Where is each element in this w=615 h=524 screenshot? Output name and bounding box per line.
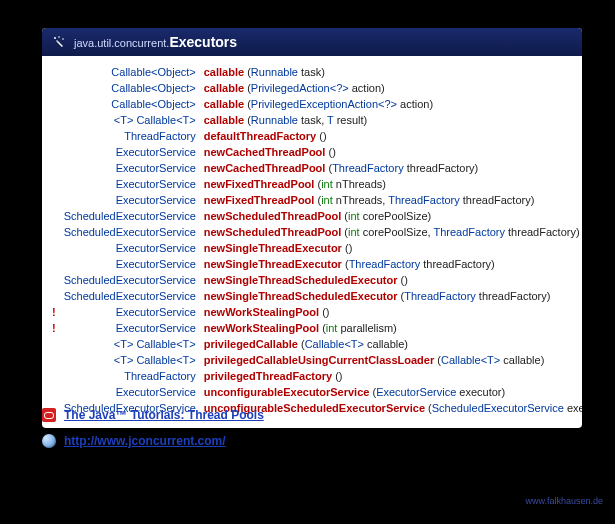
method-return-type: ExecutorService bbox=[60, 256, 200, 272]
tutorials-link[interactable]: The Java™ Tutorials: Thread Pools bbox=[42, 408, 264, 422]
method-row: <T> Callable<T>callable (Runnable task, … bbox=[48, 112, 582, 128]
svg-point-1 bbox=[58, 36, 60, 38]
method-signature[interactable]: privilegedCallable (Callable<T> callable… bbox=[200, 336, 582, 352]
method-flag: ! bbox=[48, 320, 60, 336]
method-signature[interactable]: newCachedThreadPool (ThreadFactory threa… bbox=[200, 160, 582, 176]
method-signature[interactable]: newWorkStealingPool () bbox=[200, 304, 582, 320]
jconcurrent-link[interactable]: http://www.jconcurrent.com/ bbox=[42, 434, 264, 448]
method-return-type: ExecutorService bbox=[60, 160, 200, 176]
method-signature[interactable]: newFixedThreadPool (int nThreads) bbox=[200, 176, 582, 192]
method-signature[interactable]: callable (Runnable task, T result) bbox=[200, 112, 582, 128]
method-flag: ! bbox=[48, 304, 60, 320]
method-signature[interactable]: newScheduledThreadPool (int corePoolSize… bbox=[200, 208, 582, 224]
method-row: ScheduledExecutorServicenewScheduledThre… bbox=[48, 224, 582, 240]
method-row: Callable<Object>callable (PrivilegedExce… bbox=[48, 96, 582, 112]
method-row: ScheduledExecutorServicenewSingleThreadS… bbox=[48, 272, 582, 288]
method-row: ExecutorServicenewCachedThreadPool () bbox=[48, 144, 582, 160]
method-return-type: ExecutorService bbox=[60, 320, 200, 336]
method-flag bbox=[48, 112, 60, 128]
method-signature[interactable]: newSingleThreadExecutor (ThreadFactory t… bbox=[200, 256, 582, 272]
method-row: ThreadFactoryprivilegedThreadFactory () bbox=[48, 368, 582, 384]
class-icon bbox=[52, 35, 66, 49]
method-return-type: <T> Callable<T> bbox=[60, 112, 200, 128]
method-signature[interactable]: unconfigurableExecutorService (ExecutorS… bbox=[200, 384, 582, 400]
method-return-type: <T> Callable<T> bbox=[60, 352, 200, 368]
method-signature[interactable]: privilegedThreadFactory () bbox=[200, 368, 582, 384]
method-signature[interactable]: newScheduledThreadPool (int corePoolSize… bbox=[200, 224, 582, 240]
method-signature[interactable]: newSingleThreadExecutor () bbox=[200, 240, 582, 256]
method-return-type: ExecutorService bbox=[60, 304, 200, 320]
method-signature[interactable]: callable (Runnable task) bbox=[200, 64, 582, 80]
method-flag bbox=[48, 336, 60, 352]
method-row: ScheduledExecutorServicenewScheduledThre… bbox=[48, 208, 582, 224]
method-flag bbox=[48, 352, 60, 368]
footer-links: The Java™ Tutorials: Thread Pools http:/… bbox=[42, 408, 264, 448]
method-flag bbox=[48, 272, 60, 288]
method-flag bbox=[48, 224, 60, 240]
method-flag bbox=[48, 144, 60, 160]
method-return-type: ExecutorService bbox=[60, 176, 200, 192]
method-row: <T> Callable<T>privilegedCallableUsingCu… bbox=[48, 352, 582, 368]
method-row: Callable<Object>callable (PrivilegedActi… bbox=[48, 80, 582, 96]
method-return-type: ThreadFactory bbox=[60, 128, 200, 144]
method-signature[interactable]: newWorkStealingPool (int parallelism) bbox=[200, 320, 582, 336]
method-flag bbox=[48, 64, 60, 80]
methods-table: Callable<Object>callable (Runnable task)… bbox=[48, 64, 582, 416]
method-row: Callable<Object>callable (Runnable task) bbox=[48, 64, 582, 80]
method-return-type: Callable<Object> bbox=[60, 64, 200, 80]
method-row: ExecutorServiceunconfigurableExecutorSer… bbox=[48, 384, 582, 400]
method-row: ExecutorServicenewSingleThreadExecutor (… bbox=[48, 240, 582, 256]
svg-point-0 bbox=[54, 37, 56, 39]
method-return-type: ExecutorService bbox=[60, 384, 200, 400]
method-row: ExecutorServicenewFixedThreadPool (int n… bbox=[48, 192, 582, 208]
oracle-icon bbox=[42, 408, 56, 422]
method-row: !ExecutorServicenewWorkStealingPool () bbox=[48, 304, 582, 320]
method-signature[interactable]: newFixedThreadPool (int nThreads, Thread… bbox=[200, 192, 582, 208]
svg-point-2 bbox=[62, 38, 64, 40]
method-flag bbox=[48, 208, 60, 224]
method-signature[interactable]: privilegedCallableUsingCurrentClassLoade… bbox=[200, 352, 582, 368]
method-signature[interactable]: callable (PrivilegedAction<?> action) bbox=[200, 80, 582, 96]
card-body: Callable<Object>callable (Runnable task)… bbox=[42, 56, 582, 428]
class-name: Executors bbox=[169, 34, 237, 50]
method-flag bbox=[48, 192, 60, 208]
method-row: ExecutorServicenewFixedThreadPool (int n… bbox=[48, 176, 582, 192]
method-flag bbox=[48, 384, 60, 400]
method-flag bbox=[48, 240, 60, 256]
method-flag bbox=[48, 80, 60, 96]
method-flag bbox=[48, 256, 60, 272]
stage: java.util.concurrent.Executors Callable<… bbox=[0, 0, 615, 524]
method-signature[interactable]: defaultThreadFactory () bbox=[200, 128, 582, 144]
method-flag bbox=[48, 96, 60, 112]
method-return-type: Callable<Object> bbox=[60, 96, 200, 112]
method-return-type: ThreadFactory bbox=[60, 368, 200, 384]
globe-icon bbox=[42, 434, 56, 448]
card-header: java.util.concurrent.Executors bbox=[42, 28, 582, 56]
method-row: !ExecutorServicenewWorkStealingPool (int… bbox=[48, 320, 582, 336]
method-return-type: ExecutorService bbox=[60, 144, 200, 160]
method-row: ScheduledExecutorServicenewSingleThreadS… bbox=[48, 288, 582, 304]
method-return-type: Callable<Object> bbox=[60, 80, 200, 96]
method-return-type: ScheduledExecutorService bbox=[60, 208, 200, 224]
method-return-type: ExecutorService bbox=[60, 240, 200, 256]
method-row: ThreadFactorydefaultThreadFactory () bbox=[48, 128, 582, 144]
method-flag bbox=[48, 288, 60, 304]
method-signature[interactable]: callable (PrivilegedExceptionAction<?> a… bbox=[200, 96, 582, 112]
method-flag bbox=[48, 176, 60, 192]
method-return-type: ScheduledExecutorService bbox=[60, 288, 200, 304]
class-card: java.util.concurrent.Executors Callable<… bbox=[42, 28, 582, 428]
method-return-type: <T> Callable<T> bbox=[60, 336, 200, 352]
method-signature[interactable]: newSingleThreadScheduledExecutor (Thread… bbox=[200, 288, 582, 304]
svg-rect-4 bbox=[57, 41, 63, 47]
method-return-type: ExecutorService bbox=[60, 192, 200, 208]
method-row: <T> Callable<T>privilegedCallable (Calla… bbox=[48, 336, 582, 352]
method-return-type: ScheduledExecutorService bbox=[60, 272, 200, 288]
tutorials-link-label: The Java™ Tutorials: Thread Pools bbox=[64, 408, 264, 422]
package-name: java.util.concurrent. bbox=[74, 37, 169, 49]
method-signature[interactable]: newCachedThreadPool () bbox=[200, 144, 582, 160]
header-text: java.util.concurrent.Executors bbox=[74, 34, 237, 50]
attribution: www.falkhausen.de bbox=[525, 496, 603, 506]
method-signature[interactable]: newSingleThreadScheduledExecutor () bbox=[200, 272, 582, 288]
method-row: ExecutorServicenewCachedThreadPool (Thre… bbox=[48, 160, 582, 176]
jconcurrent-link-label: http://www.jconcurrent.com/ bbox=[64, 434, 226, 448]
